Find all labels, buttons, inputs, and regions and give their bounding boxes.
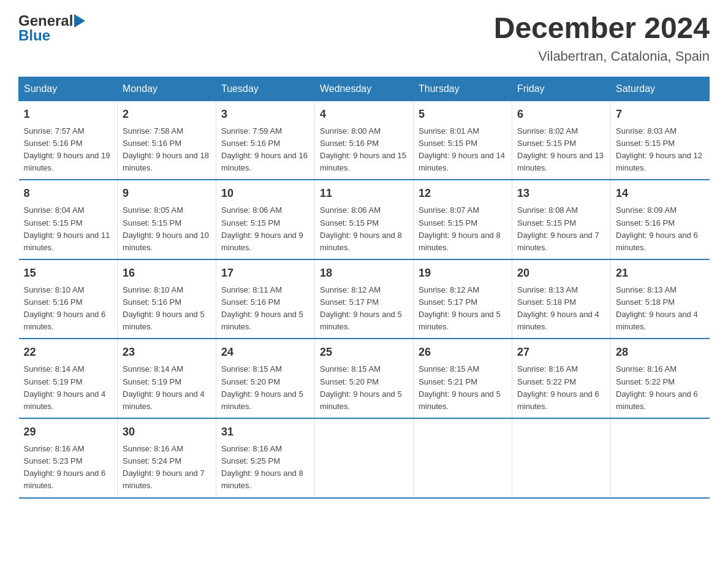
calendar-day-cell: 7 Sunrise: 8:03 AMSunset: 5:15 PMDayligh… [611, 101, 710, 180]
calendar-day-cell: 29 Sunrise: 8:16 AMSunset: 5:23 PMDaylig… [19, 418, 118, 498]
day-number: 21 [616, 265, 705, 282]
day-number: 1 [24, 106, 113, 123]
calendar-day-cell: 13 Sunrise: 8:08 AMSunset: 5:15 PMDaylig… [512, 180, 611, 259]
calendar-day-cell: 3 Sunrise: 7:59 AMSunset: 5:16 PMDayligh… [216, 101, 315, 180]
weekday-header-wednesday: Wednesday [315, 77, 414, 101]
day-info: Sunrise: 7:59 AMSunset: 5:16 PMDaylight:… [221, 126, 308, 172]
day-number: 11 [320, 185, 408, 202]
calendar-day-cell: 10 Sunrise: 8:06 AMSunset: 5:15 PMDaylig… [216, 180, 315, 259]
day-number: 5 [419, 106, 507, 123]
day-info: Sunrise: 8:01 AMSunset: 5:15 PMDaylight:… [419, 126, 505, 172]
calendar-week-row: 29 Sunrise: 8:16 AMSunset: 5:23 PMDaylig… [19, 418, 710, 498]
day-number: 27 [517, 344, 605, 361]
calendar-day-cell [414, 418, 512, 498]
calendar-week-row: 22 Sunrise: 8:14 AMSunset: 5:19 PMDaylig… [19, 339, 710, 418]
calendar-day-cell: 18 Sunrise: 8:12 AMSunset: 5:17 PMDaylig… [315, 259, 414, 339]
day-info: Sunrise: 8:05 AMSunset: 5:15 PMDaylight:… [123, 205, 209, 251]
day-info: Sunrise: 8:10 AMSunset: 5:16 PMDaylight:… [123, 285, 205, 331]
calendar-day-cell: 30 Sunrise: 8:16 AMSunset: 5:24 PMDaylig… [118, 418, 216, 498]
day-info: Sunrise: 8:03 AMSunset: 5:15 PMDaylight:… [616, 126, 702, 172]
day-number: 9 [123, 185, 211, 202]
day-number: 24 [221, 344, 309, 361]
day-info: Sunrise: 8:13 AMSunset: 5:18 PMDaylight:… [616, 285, 698, 331]
day-number: 14 [616, 185, 705, 202]
calendar-day-cell: 2 Sunrise: 7:58 AMSunset: 5:16 PMDayligh… [118, 101, 216, 180]
calendar-title: December 2024 [494, 12, 710, 45]
calendar-day-cell: 24 Sunrise: 8:15 AMSunset: 5:20 PMDaylig… [216, 339, 315, 418]
day-number: 23 [123, 344, 211, 361]
svg-marker-0 [74, 14, 85, 28]
page-header: General Blue December 2024 Vilabertran, … [18, 12, 710, 64]
calendar-day-cell: 23 Sunrise: 8:14 AMSunset: 5:19 PMDaylig… [118, 339, 216, 418]
day-info: Sunrise: 8:16 AMSunset: 5:22 PMDaylight:… [517, 364, 599, 410]
calendar-day-cell: 31 Sunrise: 8:16 AMSunset: 5:25 PMDaylig… [216, 418, 315, 498]
calendar-day-cell: 19 Sunrise: 8:12 AMSunset: 5:17 PMDaylig… [414, 259, 512, 339]
day-number: 13 [517, 185, 605, 202]
calendar-week-row: 1 Sunrise: 7:57 AMSunset: 5:16 PMDayligh… [19, 101, 710, 180]
day-info: Sunrise: 8:16 AMSunset: 5:25 PMDaylight:… [221, 444, 303, 490]
day-info: Sunrise: 8:11 AMSunset: 5:16 PMDaylight:… [221, 285, 303, 331]
day-info: Sunrise: 8:07 AMSunset: 5:15 PMDaylight:… [419, 205, 501, 251]
day-info: Sunrise: 8:15 AMSunset: 5:20 PMDaylight:… [320, 364, 402, 410]
day-number: 22 [24, 344, 113, 361]
day-number: 2 [123, 106, 211, 123]
calendar-day-cell: 21 Sunrise: 8:13 AMSunset: 5:18 PMDaylig… [611, 259, 710, 339]
weekday-header-row: SundayMondayTuesdayWednesdayThursdayFrid… [19, 77, 710, 101]
calendar-day-cell: 27 Sunrise: 8:16 AMSunset: 5:22 PMDaylig… [512, 339, 611, 418]
day-number: 28 [616, 344, 705, 361]
day-number: 6 [517, 106, 605, 123]
day-number: 18 [320, 265, 408, 282]
title-block: December 2024 Vilabertran, Catalonia, Sp… [494, 12, 710, 64]
day-info: Sunrise: 8:04 AMSunset: 5:15 PMDaylight:… [24, 205, 110, 251]
weekday-header-monday: Monday [118, 77, 216, 101]
calendar-day-cell: 17 Sunrise: 8:11 AMSunset: 5:16 PMDaylig… [216, 259, 315, 339]
calendar-day-cell [512, 418, 611, 498]
calendar-day-cell: 22 Sunrise: 8:14 AMSunset: 5:19 PMDaylig… [19, 339, 118, 418]
logo-line2: Blue [18, 27, 85, 44]
day-info: Sunrise: 8:06 AMSunset: 5:15 PMDaylight:… [320, 205, 402, 251]
calendar-day-cell: 5 Sunrise: 8:01 AMSunset: 5:15 PMDayligh… [414, 101, 512, 180]
calendar-day-cell: 20 Sunrise: 8:13 AMSunset: 5:18 PMDaylig… [512, 259, 611, 339]
day-info: Sunrise: 8:08 AMSunset: 5:15 PMDaylight:… [517, 205, 599, 251]
calendar-day-cell [315, 418, 414, 498]
logo: General Blue [18, 12, 85, 44]
calendar-day-cell: 8 Sunrise: 8:04 AMSunset: 5:15 PMDayligh… [19, 180, 118, 259]
day-info: Sunrise: 8:12 AMSunset: 5:17 PMDaylight:… [419, 285, 501, 331]
day-number: 19 [419, 265, 507, 282]
day-number: 17 [221, 265, 309, 282]
weekday-header-friday: Friday [512, 77, 611, 101]
calendar-day-cell: 1 Sunrise: 7:57 AMSunset: 5:16 PMDayligh… [19, 101, 118, 180]
weekday-header-sunday: Sunday [19, 77, 118, 101]
day-info: Sunrise: 8:16 AMSunset: 5:22 PMDaylight:… [616, 364, 698, 410]
calendar-subtitle: Vilabertran, Catalonia, Spain [494, 48, 710, 64]
calendar-day-cell: 28 Sunrise: 8:16 AMSunset: 5:22 PMDaylig… [611, 339, 710, 418]
weekday-header-tuesday: Tuesday [216, 77, 315, 101]
day-info: Sunrise: 7:57 AMSunset: 5:16 PMDaylight:… [24, 126, 110, 172]
day-info: Sunrise: 8:10 AMSunset: 5:16 PMDaylight:… [24, 285, 106, 331]
day-number: 15 [24, 265, 113, 282]
day-number: 7 [616, 106, 705, 123]
day-info: Sunrise: 8:14 AMSunset: 5:19 PMDaylight:… [24, 364, 106, 410]
day-number: 31 [221, 424, 309, 440]
day-number: 10 [221, 185, 309, 202]
calendar-day-cell: 15 Sunrise: 8:10 AMSunset: 5:16 PMDaylig… [19, 259, 118, 339]
day-number: 3 [221, 106, 309, 123]
day-info: Sunrise: 8:06 AMSunset: 5:15 PMDaylight:… [221, 205, 303, 251]
day-number: 8 [24, 185, 113, 202]
day-info: Sunrise: 8:13 AMSunset: 5:18 PMDaylight:… [517, 285, 599, 331]
day-info: Sunrise: 8:16 AMSunset: 5:23 PMDaylight:… [24, 444, 106, 490]
weekday-header-saturday: Saturday [611, 77, 710, 101]
calendar-week-row: 8 Sunrise: 8:04 AMSunset: 5:15 PMDayligh… [19, 180, 710, 259]
day-info: Sunrise: 8:15 AMSunset: 5:21 PMDaylight:… [419, 364, 501, 410]
day-info: Sunrise: 8:02 AMSunset: 5:15 PMDaylight:… [517, 126, 604, 172]
weekday-header-thursday: Thursday [414, 77, 512, 101]
calendar-day-cell: 11 Sunrise: 8:06 AMSunset: 5:15 PMDaylig… [315, 180, 414, 259]
day-number: 20 [517, 265, 605, 282]
day-info: Sunrise: 7:58 AMSunset: 5:16 PMDaylight:… [123, 126, 209, 172]
calendar-day-cell: 26 Sunrise: 8:15 AMSunset: 5:21 PMDaylig… [414, 339, 512, 418]
calendar-week-row: 15 Sunrise: 8:10 AMSunset: 5:16 PMDaylig… [19, 259, 710, 339]
calendar-day-cell: 14 Sunrise: 8:09 AMSunset: 5:16 PMDaylig… [611, 180, 710, 259]
day-info: Sunrise: 8:09 AMSunset: 5:16 PMDaylight:… [616, 205, 698, 251]
calendar-table: SundayMondayTuesdayWednesdayThursdayFrid… [18, 77, 710, 499]
logo-arrow-icon [74, 14, 85, 28]
